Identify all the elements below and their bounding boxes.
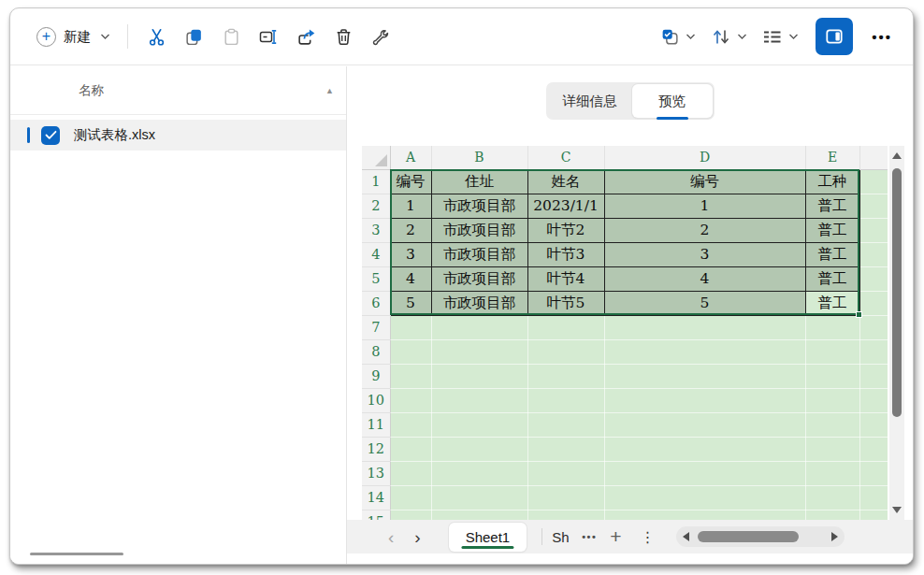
column-header-D[interactable]: D: [604, 146, 805, 169]
row-header-13[interactable]: 13: [362, 461, 390, 485]
file-row[interactable]: 测试表格.xlsx: [10, 120, 346, 151]
cell-empty[interactable]: [431, 339, 527, 364]
cell-empty[interactable]: [859, 485, 888, 510]
cell-empty[interactable]: [390, 437, 431, 461]
sheet-more-tabs-icon[interactable]: •••: [582, 531, 597, 542]
preview-vertical-scrollbar[interactable]: [889, 146, 904, 520]
cell-E4[interactable]: 普工: [805, 242, 859, 266]
column-header-A[interactable]: A: [390, 146, 431, 169]
cell-empty[interactable]: [390, 364, 431, 388]
cell-empty[interactable]: [431, 461, 527, 485]
row-header-6[interactable]: 6: [362, 291, 390, 315]
cell-empty[interactable]: [390, 412, 431, 437]
cell-empty[interactable]: [431, 437, 527, 461]
file-checkbox[interactable]: [41, 126, 60, 145]
cell-empty[interactable]: [527, 510, 604, 520]
row-header-5[interactable]: 5: [362, 266, 390, 291]
share-button[interactable]: [287, 20, 325, 53]
new-button[interactable]: + 新建: [27, 22, 120, 52]
cell-B5[interactable]: 市政项目部: [431, 266, 527, 291]
cell-A5[interactable]: 4: [390, 266, 431, 291]
cell-empty[interactable]: [390, 485, 431, 510]
sheet-horizontal-scrollbar[interactable]: [676, 526, 845, 547]
cell-D2[interactable]: 1: [604, 194, 805, 218]
row-header-14[interactable]: 14: [362, 485, 390, 510]
delete-button[interactable]: [325, 20, 362, 53]
cell-E1[interactable]: 工种: [805, 169, 859, 194]
cell-empty[interactable]: [431, 388, 527, 412]
horizontal-scrollbar-thumb[interactable]: [698, 531, 799, 542]
list-header[interactable]: 名称 ▲: [10, 66, 346, 115]
scroll-left-icon[interactable]: [683, 532, 689, 541]
cell-empty[interactable]: [431, 510, 527, 520]
cell-empty[interactable]: [805, 461, 859, 485]
left-pane-horizontal-scrollbar[interactable]: [30, 553, 123, 555]
row-header-9[interactable]: 9: [362, 364, 390, 388]
cell-E6[interactable]: 普工: [805, 291, 859, 315]
cell-empty[interactable]: [805, 412, 859, 437]
column-header-B[interactable]: B: [431, 146, 527, 169]
spreadsheet-preview[interactable]: ABCDE 1编号住址姓名编号工种21市政项目部2023/1/11普工32市政项…: [362, 146, 888, 520]
column-header-E[interactable]: E: [805, 146, 859, 169]
cell-C1[interactable]: 姓名: [527, 169, 604, 194]
cell-empty[interactable]: [859, 169, 888, 194]
preview-pane-toggle-button[interactable]: [816, 18, 853, 55]
cell-D6[interactable]: 5: [604, 291, 805, 315]
cell-empty[interactable]: [805, 339, 859, 364]
cell-B3[interactable]: 市政项目部: [431, 218, 527, 242]
cell-empty[interactable]: [859, 388, 888, 412]
multiselect-button[interactable]: [655, 23, 701, 50]
cell-C4[interactable]: 叶节3: [527, 242, 604, 266]
add-sheet-button[interactable]: +: [610, 525, 621, 548]
cell-C3[interactable]: 叶节2: [527, 218, 604, 242]
cell-empty[interactable]: [859, 218, 888, 242]
cell-empty[interactable]: [859, 412, 888, 437]
cell-E3[interactable]: 普工: [805, 218, 859, 242]
cell-C6[interactable]: 叶节5: [527, 291, 604, 315]
cell-empty[interactable]: [527, 315, 604, 339]
cell-empty[interactable]: [859, 461, 888, 485]
cell-empty[interactable]: [859, 315, 888, 339]
cell-empty[interactable]: [390, 510, 431, 520]
cell-empty[interactable]: [604, 388, 805, 412]
sheet-nav-prev-button[interactable]: ‹: [383, 528, 399, 546]
cell-D3[interactable]: 2: [604, 218, 805, 242]
cell-C2[interactable]: 2023/1/1: [527, 194, 604, 218]
scroll-down-icon[interactable]: [892, 507, 902, 513]
scroll-up-icon[interactable]: [892, 152, 902, 159]
cell-B1[interactable]: 住址: [431, 169, 527, 194]
cell-empty[interactable]: [527, 485, 604, 510]
sheet-nav-next-button[interactable]: ›: [409, 528, 426, 546]
cell-empty[interactable]: [604, 364, 805, 388]
column-header-partial[interactable]: [859, 146, 888, 169]
paste-button[interactable]: [212, 20, 250, 53]
cell-empty[interactable]: [604, 485, 805, 510]
scroll-right-icon[interactable]: [831, 532, 838, 541]
cell-empty[interactable]: [390, 315, 431, 339]
cell-empty[interactable]: [527, 364, 604, 388]
name-column-header[interactable]: 名称: [79, 82, 104, 99]
cell-B6[interactable]: 市政项目部: [431, 291, 527, 315]
cell-empty[interactable]: [604, 437, 805, 461]
cell-empty[interactable]: [527, 412, 604, 437]
rename-button[interactable]: [250, 20, 287, 53]
column-header-C[interactable]: C: [527, 146, 604, 169]
row-header-3[interactable]: 3: [362, 218, 390, 242]
cell-empty[interactable]: [859, 364, 888, 388]
cell-empty[interactable]: [604, 315, 805, 339]
cell-empty[interactable]: [859, 339, 888, 364]
sheet-tab-active[interactable]: Sheet1: [449, 523, 527, 552]
row-header-2[interactable]: 2: [362, 194, 390, 218]
sheet-options-kebab-icon[interactable]: ⋮: [641, 528, 656, 546]
cell-D4[interactable]: 3: [604, 242, 805, 266]
cell-D1[interactable]: 编号: [604, 169, 805, 194]
cell-empty[interactable]: [527, 461, 604, 485]
row-header-4[interactable]: 4: [362, 242, 390, 266]
tools-button[interactable]: [362, 20, 399, 53]
row-header-7[interactable]: 7: [362, 315, 390, 339]
cell-empty[interactable]: [527, 437, 604, 461]
cell-E5[interactable]: 普工: [805, 266, 859, 291]
cell-empty[interactable]: [859, 437, 888, 461]
sheet-tab-truncated[interactable]: Sh: [552, 529, 572, 545]
cell-A6[interactable]: 5: [390, 291, 431, 315]
